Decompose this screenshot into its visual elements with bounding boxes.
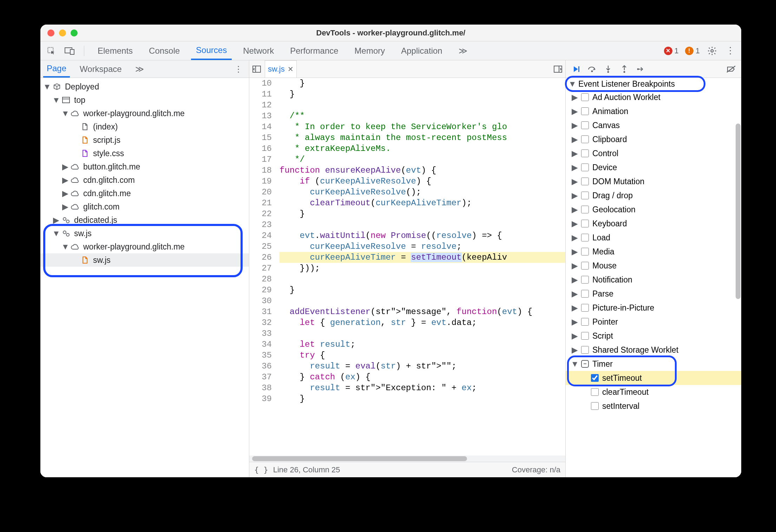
code-line[interactable]: 29 } [249,285,565,295]
code-editor[interactable]: 10 }11 }1213 /**14 * In order to keep th… [249,78,565,455]
code-line[interactable]: 19 if (curKeepAliveResolve) { [249,176,565,187]
editor-hscrollbar[interactable] [249,455,565,462]
breakpoint-group[interactable]: ▶Picture-in-Picture [566,301,741,315]
step-out-icon[interactable] [619,64,630,74]
breakpoint-item[interactable]: clearTimeout [566,385,741,399]
breakpoint-checkbox[interactable] [581,107,589,115]
code-line[interactable]: 38 result = str">"Exception: " + ex; [249,383,565,393]
pretty-print-icon[interactable]: { } [254,465,268,474]
breakpoint-group[interactable]: ▶Script [566,329,741,343]
code-line[interactable]: 17 */ [249,154,565,165]
breakpoint-checkbox[interactable] [581,318,589,326]
tree-row-origin[interactable]: ▼ worker-playground.glitch.me [40,240,249,253]
code-line[interactable]: 32 let { generation, str } = evt.data; [249,317,565,328]
tab-sources[interactable]: Sources [191,41,232,60]
inspect-element-icon[interactable] [45,45,57,57]
code-line[interactable]: 14 * In order to keep the ServiceWorker'… [249,121,565,132]
minimize-window-button[interactable] [59,29,66,36]
zoom-window-button[interactable] [71,29,78,36]
breakpoint-checkbox[interactable] [581,234,589,241]
mixed-checkbox-icon[interactable]: − [581,360,589,368]
tab-network[interactable]: Network [238,41,279,60]
code-line[interactable]: 24 evt.waitUntil(new Promise((resolve) =… [249,230,565,241]
code-line[interactable]: 27 })); [249,263,565,274]
editor-tab[interactable]: sw.js ✕ [265,60,297,78]
breakpoint-checkbox[interactable] [581,149,589,157]
warning-count[interactable]: ! 1 [685,46,700,55]
code-line[interactable]: 10 } [249,78,565,89]
breakpoint-group[interactable]: ▶Load [566,231,741,245]
tab-memory[interactable]: Memory [350,41,390,60]
breakpoint-group[interactable]: ▶DOM Mutation [566,174,741,188]
breakpoint-group[interactable]: ▶Device [566,160,741,174]
tree-row-file[interactable]: style.css [40,147,249,160]
code-line[interactable]: 34 let result; [249,339,565,350]
code-line[interactable]: 18function ensureKeepAlive(evt) { [249,165,565,176]
breakpoint-group[interactable]: ▶Control [566,146,741,160]
code-line[interactable]: 39 } [249,393,565,404]
deactivate-breakpoints-icon[interactable] [726,64,736,74]
breakpoint-group[interactable]: ▶Ad Auction Worklet [566,90,741,104]
tree-row-file[interactable]: (index) [40,120,249,133]
step-icon[interactable] [635,64,646,74]
code-line[interactable]: 26 curKeepAliveTimer = setTimeout(keepAl… [249,252,565,263]
close-window-button[interactable] [47,29,54,36]
breakpoint-checkbox[interactable] [581,332,589,340]
breakpoint-item[interactable]: setInterval [566,399,741,413]
code-line[interactable]: 35 try { [249,350,565,361]
breakpoint-group[interactable]: ▶Mouse [566,259,741,273]
tree-row-worker[interactable]: ▶ dedicated.js [40,213,249,227]
code-line[interactable]: 15 * always maintain the most-recent pos… [249,132,565,143]
breakpoint-checkbox[interactable] [591,374,599,382]
kebab-menu-icon[interactable]: ⋮ [724,45,736,57]
tab-console[interactable]: Console [144,41,185,60]
toggle-debugger-icon[interactable] [553,65,563,73]
breakpoint-checkbox[interactable] [581,192,589,199]
step-over-icon[interactable] [587,64,597,74]
breakpoint-group[interactable]: ▶Drag / drop [566,188,741,202]
tab-elements[interactable]: Elements [93,41,138,60]
code-line[interactable]: 22 } [249,208,565,219]
breakpoint-checkbox[interactable] [581,248,589,255]
code-line[interactable]: 33 [249,328,565,339]
breakpoint-group[interactable]: ▶Keyboard [566,217,741,231]
breakpoint-checkbox[interactable] [581,290,589,298]
breakpoint-group[interactable]: ▶Canvas [566,118,741,132]
breakpoint-checkbox[interactable] [581,135,589,143]
breakpoint-checkbox[interactable] [581,206,589,213]
breakpoint-checkbox[interactable] [581,262,589,270]
code-line[interactable]: 37 } catch (ex) { [249,372,565,383]
tree-row-origin[interactable]: ▶ button.glitch.me [40,160,249,173]
resume-icon[interactable] [571,64,581,74]
close-tab-icon[interactable]: ✕ [288,65,294,73]
breakpoint-group[interactable]: ▶Media [566,245,741,259]
breakpoint-checkbox[interactable] [591,402,599,410]
breakpoint-group[interactable]: ▶Shared Storage Worklet [566,343,741,357]
tab-application[interactable]: Application [396,41,447,60]
code-line[interactable]: 13 /** [249,111,565,121]
breakpoint-group[interactable]: ▶Notification [566,273,741,287]
code-line[interactable]: 20 curKeepAliveResolve(); [249,187,565,198]
tab-performance[interactable]: Performance [285,41,343,60]
code-line[interactable]: 23 [249,219,565,230]
breakpoint-checkbox[interactable] [581,304,589,312]
tree-row-deployed[interactable]: ▼ Deployed [40,80,249,93]
code-line[interactable]: 25 curKeepAliveResolve = resolve; [249,241,565,252]
kebab-menu-icon[interactable]: ⋮ [231,64,246,74]
breakpoint-checkbox[interactable] [591,388,599,396]
nav-tab-more[interactable]: ≫ [132,60,147,78]
error-count[interactable]: ✕ 1 [664,46,679,55]
breakpoint-checkbox[interactable] [581,164,589,171]
toggle-navigator-icon[interactable] [252,65,261,73]
gear-icon[interactable] [706,45,718,57]
device-toolbar-icon[interactable] [64,45,75,57]
breakpoint-group[interactable]: ▶Parse [566,287,741,301]
breakpoint-group-timer[interactable]: ▼−Timer [566,357,741,371]
breakpoint-checkbox[interactable] [581,276,589,284]
breakpoint-checkbox[interactable] [581,220,589,227]
code-line[interactable]: 30 [249,295,565,306]
code-line[interactable]: 16 * extraKeepAliveMs. [249,143,565,154]
breakpoint-item[interactable]: setTimeout [566,371,741,385]
code-line[interactable]: 21 clearTimeout(curKeepAliveTimer); [249,198,565,208]
breakpoint-group[interactable]: ▶Pointer [566,315,741,329]
